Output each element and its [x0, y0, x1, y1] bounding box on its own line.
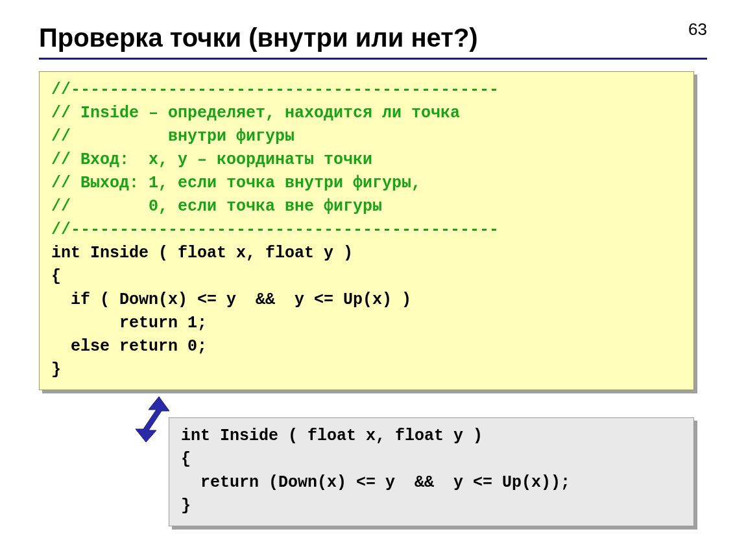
code-block-alt-wrapper: int Inside ( float x, float y ) { return…	[169, 417, 694, 526]
slide-title: Проверка точки (внутри или нет?)	[39, 23, 707, 52]
slide: 63 Проверка точки (внутри или нет?) //--…	[0, 0, 746, 560]
code-body-alt: int Inside ( float x, float y ) { return…	[181, 426, 570, 515]
page-number: 63	[688, 19, 707, 40]
code-body: int Inside ( float x, float y ) { if ( D…	[51, 244, 411, 379]
code-block-alt: int Inside ( float x, float y ) { return…	[169, 417, 694, 526]
svg-marker-0	[136, 397, 169, 442]
double-arrow-icon	[133, 397, 172, 442]
title-rule	[39, 58, 707, 60]
code-block-main: //--------------------------------------…	[39, 71, 694, 390]
code-comment: //--------------------------------------…	[51, 80, 499, 239]
